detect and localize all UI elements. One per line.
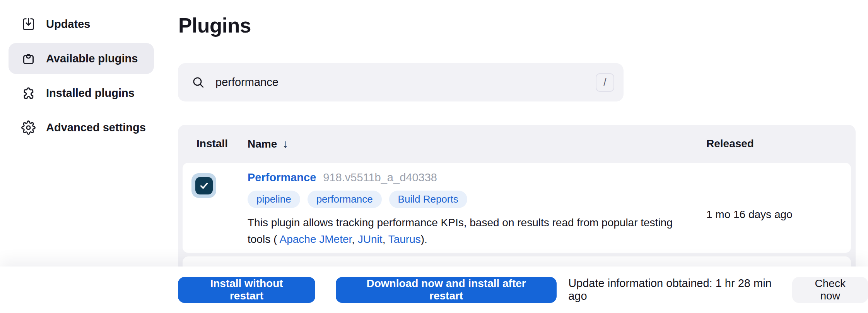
tag-pipeline[interactable]: pipeline [248,191,300,208]
plugin-description: This plugin allows tracking performance … [248,214,673,248]
column-header-install: Install [196,138,228,150]
plugin-search-bar: / [178,63,624,101]
plugin-manager-sidebar: Updates Available plugins Installed plug… [9,9,154,143]
plugin-row-performance: Performance 918.v5511b_a_d40338 pipeline… [183,163,851,253]
column-header-released: Released [706,138,754,150]
install-without-restart-button[interactable]: Install without restart [178,277,315,303]
tag-build-reports[interactable]: Build Reports [389,191,467,208]
puzzle-icon [21,86,36,100]
sidebar-item-installed-plugins[interactable]: Installed plugins [9,77,154,108]
plugin-name-cell: Performance 918.v5511b_a_d40338 pipeline… [248,171,681,248]
download-install-after-restart-button[interactable]: Download now and install after restart [336,277,557,303]
gear-icon [21,120,36,135]
sidebar-item-advanced-settings[interactable]: Advanced settings [9,112,154,143]
sidebar-item-label: Installed plugins [46,87,135,100]
link-taurus[interactable]: Taurus [388,233,421,245]
check-icon [199,181,209,191]
install-checkbox[interactable] [191,173,216,198]
plugin-name-link[interactable]: Performance [248,171,316,184]
install-action-bar: Install without restart Download now and… [0,267,868,313]
tag-performance[interactable]: performance [308,191,382,208]
sort-descending-icon: ↓ [282,138,288,150]
check-now-button[interactable]: Check now [792,277,868,303]
search-input[interactable] [215,76,596,89]
plugin-released-value: 1 mo 16 days ago [706,208,793,221]
sidebar-item-label: Updates [46,18,90,31]
checkbox-checked [195,177,213,194]
keyboard-shortcut-badge: / [596,73,614,92]
search-icon [192,76,205,89]
plugin-version: 918.v5511b_a_d40338 [323,171,437,184]
update-info-text: Update information obtained: 1 hr 28 min… [568,277,785,303]
sidebar-item-label: Available plugins [46,52,138,65]
plugin-tags: pipeline performance Build Reports [248,191,681,208]
sidebar-item-updates[interactable]: Updates [9,9,154,40]
download-icon [21,17,36,31]
table-header-row: Install Name ↓ Released [178,125,856,163]
column-header-name[interactable]: Name ↓ [248,138,288,150]
page-title: Plugins [178,13,251,38]
shopping-bag-icon [21,52,36,66]
sidebar-item-available-plugins[interactable]: Available plugins [9,43,154,74]
link-apache-jmeter[interactable]: Apache JMeter [279,233,352,245]
sidebar-item-label: Advanced settings [46,121,146,134]
link-junit[interactable]: JUnit [358,233,383,245]
